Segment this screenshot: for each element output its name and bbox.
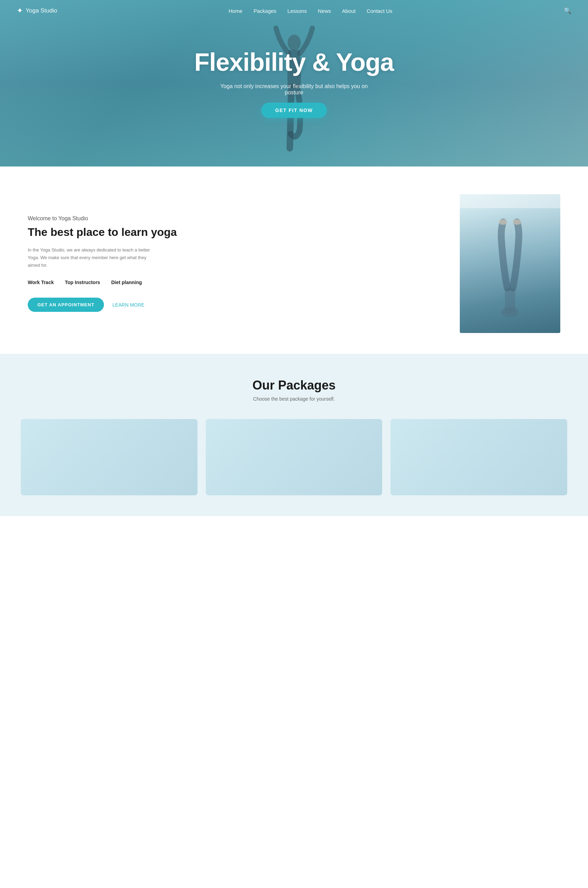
welcome-text: Welcome to Yoga Studio The best place to… [28,215,439,312]
nav-lessons[interactable]: Lessons [288,8,307,14]
feature-diet-planning[interactable]: Diet planning [111,280,142,285]
package-card-3[interactable] [390,419,567,495]
packages-grid [21,419,567,495]
welcome-image [460,194,560,333]
nav-news[interactable]: News [318,8,331,14]
packages-subtitle: Choose the best package for yourself. [21,396,567,402]
nav-home[interactable]: Home [229,8,243,14]
nav-contact[interactable]: Contact Us [367,8,392,14]
nav-links: Home Packages Lessons News About Contact… [229,8,393,14]
package-card-1[interactable] [21,419,198,495]
brand-logo[interactable]: ✦ Yoga Studio [16,6,57,15]
welcome-body: In the Yoga Studio, we are always dedica… [28,246,156,269]
welcome-actions: GET AN APPOINTMENT LEARN MORE [28,298,439,312]
package-card-2[interactable] [206,419,382,495]
nav-about[interactable]: About [342,8,356,14]
get-fit-now-button[interactable]: GET FIT NOW [261,103,326,118]
navbar: ✦ Yoga Studio Home Packages Lessons News… [0,0,588,21]
yoga-legs-silhouette [489,218,531,323]
svg-point-4 [513,219,521,225]
feature-top-instructors[interactable]: Top Instructors [65,280,100,285]
welcome-section: Welcome to Yoga Studio The best place to… [0,167,588,354]
hero-content: Flexibility & Yoga Yoga not only increas… [194,48,394,117]
hero-title: Flexibility & Yoga [194,48,394,76]
learn-more-button[interactable]: LEARN MORE [112,302,144,308]
packages-title: Our Packages [21,378,567,393]
hero-section: Flexibility & Yoga Yoga not only increas… [0,0,588,167]
get-appointment-button[interactable]: GET AN APPOINTMENT [28,298,104,312]
welcome-label: Welcome to Yoga Studio [28,215,439,222]
package-card-2-inner [206,419,382,495]
svg-rect-2 [505,288,515,314]
feature-work-track[interactable]: Work Track [28,280,54,285]
hero-subtitle: Yoga not only increases your flexibility… [211,83,377,96]
package-card-3-inner [390,419,567,495]
packages-section: Our Packages Choose the best package for… [0,354,588,516]
features-row: Work Track Top Instructors Diet planning [28,280,439,285]
nav-packages[interactable]: Packages [254,8,276,14]
brand-name: Yoga Studio [26,7,57,14]
package-card-1-inner [21,419,198,495]
search-icon[interactable]: 🔍 [564,7,572,15]
welcome-heading: The best place to learn yoga [28,225,439,240]
svg-point-3 [499,219,507,225]
logo-icon: ✦ [16,6,23,15]
yoga-image-inner [460,208,560,333]
